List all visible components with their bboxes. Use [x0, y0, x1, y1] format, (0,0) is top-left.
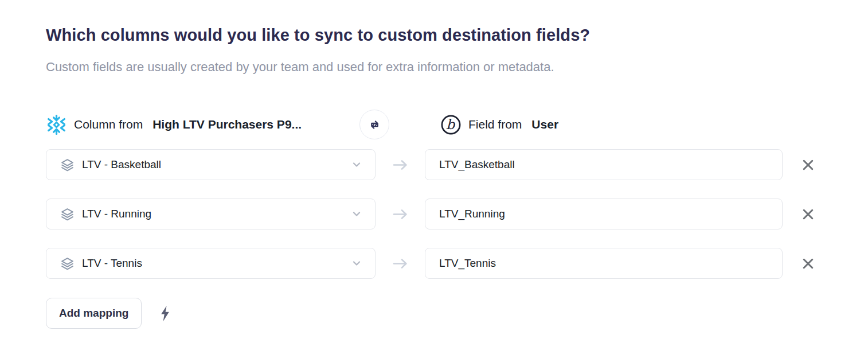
snowflake-logo-icon [46, 114, 67, 135]
destination-field-input[interactable] [425, 149, 783, 180]
source-column-select[interactable]: LTV - Tennis [46, 248, 376, 279]
layers-icon [60, 256, 75, 271]
destination-header-prefix: Field from [468, 118, 522, 131]
suggest-mappings-button[interactable] [159, 305, 171, 322]
mapping-row: LTV - Running [46, 199, 868, 229]
destination-field-header: b Field fromUser [440, 110, 558, 139]
source-column-select[interactable]: LTV - Basketball [46, 149, 376, 180]
destination-field-input[interactable] [425, 199, 783, 229]
chevron-down-icon [350, 256, 363, 270]
x-icon [800, 157, 816, 173]
source-column-value: LTV - Running [82, 208, 342, 220]
remove-mapping-button[interactable] [798, 155, 818, 174]
chevron-down-icon [350, 158, 363, 172]
remove-zone [783, 248, 833, 279]
arrow-right-icon [376, 199, 425, 229]
destination-field-input[interactable] [425, 248, 783, 279]
layers-icon [60, 158, 75, 172]
mapping-headers: Column fromHigh LTV Purchasers P9... b F… [46, 110, 837, 139]
add-mapping-button[interactable]: Add mapping [46, 298, 142, 329]
remove-mapping-button[interactable] [798, 254, 818, 273]
remove-zone [783, 149, 833, 180]
sync-mapping-panel: Which columns would you like to sync to … [0, 0, 868, 329]
mapping-row: LTV - Tennis [46, 248, 868, 279]
x-icon [800, 256, 816, 271]
source-header-prefix: Column from [74, 118, 143, 131]
source-header-model-name: High LTV Purchasers P9... [153, 118, 302, 131]
page-title: Which columns would you like to sync to … [46, 25, 868, 45]
layers-icon [60, 207, 75, 221]
svg-text:b: b [446, 116, 456, 133]
remove-mapping-button[interactable] [798, 204, 818, 224]
chevron-down-icon [350, 207, 363, 221]
x-icon [800, 207, 816, 222]
swap-arrows-icon [368, 118, 381, 131]
remove-zone [783, 199, 833, 229]
swap-mapping-direction-button[interactable] [359, 110, 389, 139]
source-column-header: Column fromHigh LTV Purchasers P9... [46, 110, 302, 139]
source-column-value: LTV - Basketball [82, 158, 342, 171]
arrow-right-icon [376, 248, 425, 279]
source-column-select[interactable]: LTV - Running [46, 199, 376, 229]
page-subtitle: Custom fields are usually created by you… [46, 59, 868, 75]
lightning-icon [159, 305, 171, 322]
mapping-row: LTV - Basketball [46, 149, 868, 180]
destination-header-object-name: User [531, 118, 558, 131]
braze-logo-icon: b [440, 114, 462, 135]
arrow-right-icon [376, 149, 425, 180]
source-column-value: LTV - Tennis [82, 257, 342, 270]
mapping-actions: Add mapping [46, 298, 868, 329]
